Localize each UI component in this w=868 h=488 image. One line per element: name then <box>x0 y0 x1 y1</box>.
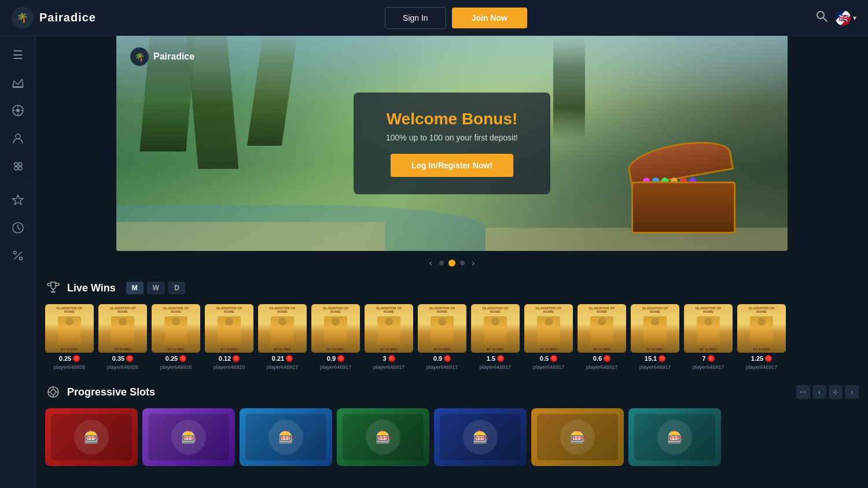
joinnow-button[interactable]: Join Now <box>452 8 527 28</box>
svg-point-11 <box>14 162 18 166</box>
svg-marker-2 <box>13 79 23 87</box>
progressive-slot-card[interactable]: 🎰 <box>142 408 235 466</box>
player-name: player646917 <box>533 364 565 370</box>
banner-dot-1[interactable] <box>439 261 444 265</box>
search-button[interactable] <box>816 10 827 25</box>
live-wins-game-card[interactable]: GLADIATOR OFROME BY SLINEX 1.5 🔴 player6… <box>471 304 520 370</box>
prog-card-bg: 🎰 <box>337 408 429 466</box>
banner-title: Welcome Bonus! <box>382 110 521 128</box>
recent-icon <box>12 221 24 234</box>
prog-card-inner: 🎰 <box>148 414 229 460</box>
gladiator-body <box>484 316 507 344</box>
game-thumbnail: GLADIATOR OFROME BY SLINEX <box>471 304 520 353</box>
sidebar-item-slots[interactable] <box>5 97 31 124</box>
prog-slots-bookmark-button[interactable]: ⊹ <box>829 385 843 399</box>
live-wins-title: Live Wins <box>67 282 116 294</box>
game-thumbnail: GLADIATOR OFROME BY SLINEX <box>45 304 94 353</box>
win-amount: 0.21 <box>272 355 284 362</box>
progressive-slots-title: Progressive Slots <box>67 386 155 398</box>
prog-card-inner: 🎰 <box>51 414 132 460</box>
gladiator-body <box>218 316 241 344</box>
prog-slots-next-button[interactable]: › <box>845 385 859 399</box>
progressive-slot-card[interactable]: 🎰 <box>628 408 721 466</box>
search-icon <box>816 10 827 22</box>
tab-weekly[interactable]: W <box>147 282 165 294</box>
live-wins-game-card[interactable]: GLADIATOR OFROME BY SLINEX 0.35 🔴 player… <box>98 304 147 370</box>
language-selector[interactable]: 🇬🇧 ▾ <box>836 10 856 25</box>
game-name-top: GLADIATOR OFROME <box>109 306 135 313</box>
banner-dot-3[interactable] <box>460 261 465 265</box>
sidebar-item-promotions[interactable] <box>5 242 31 269</box>
sidebar-item-casino[interactable] <box>5 69 31 96</box>
game-win-info: 1.25 🔴 <box>751 355 772 362</box>
gladiator-body <box>750 316 773 344</box>
game-provider: BY SLINEX <box>434 347 451 352</box>
gladiator-bg: GLADIATOR OFROME BY SLINEX <box>45 304 94 353</box>
flag-icon: 🇬🇧 <box>836 10 851 25</box>
currency-icon: 🔴 <box>233 355 240 362</box>
live-wins-game-card[interactable]: GLADIATOR OFROME BY SLINEX 0.25 🔴 player… <box>45 304 94 370</box>
sidebar-item-live-casino[interactable] <box>5 125 31 151</box>
gladiator-bg: GLADIATOR OFROME BY SLINEX <box>98 304 147 353</box>
prog-card-icon: 🎰 <box>657 420 692 454</box>
currency-icon: 🔴 <box>604 355 610 362</box>
live-wins-game-card[interactable]: GLADIATOR OFROME BY SLINEX 0.6 🔴 player6… <box>578 304 626 370</box>
prog-card-icon: 🎰 <box>463 420 498 454</box>
signin-button[interactable]: Sign In <box>385 7 446 29</box>
live-wins-game-card[interactable]: GLADIATOR OFROME BY SLINEX 3 🔴 player646… <box>365 304 413 370</box>
progressive-slot-card[interactable]: 🎰 <box>240 408 332 466</box>
live-wins-game-card[interactable]: GLADIATOR OFROME BY SLINEX 1.25 🔴 player… <box>737 304 786 370</box>
prog-slots-dots-button[interactable]: ⋯ <box>796 385 810 399</box>
game-name-top: GLADIATOR OFROME <box>216 306 242 313</box>
main-content: 🌴 Pairadice Welcome Bonus! 100% up to 10… <box>36 36 868 488</box>
sidebar-item-table-games[interactable] <box>5 153 31 179</box>
live-wins-game-card[interactable]: GLADIATOR OFROME BY SLINEX 0.9 🔴 player6… <box>311 304 360 370</box>
banner-dot-2[interactable] <box>448 260 455 267</box>
progressive-slot-card[interactable]: 🎰 <box>45 408 138 466</box>
progressive-slot-card[interactable]: 🎰 <box>434 408 527 466</box>
game-thumbnail: GLADIATOR OFROME BY SLINEX <box>98 304 147 353</box>
player-name: player646917 <box>480 364 512 370</box>
banner-prev-button[interactable]: ‹ <box>427 258 435 268</box>
game-name-top: GLADIATOR OFROME <box>589 306 615 313</box>
sidebar-divider <box>8 183 28 183</box>
prog-slots-prev-button[interactable]: ‹ <box>812 385 826 399</box>
win-amount: 7 <box>702 355 705 362</box>
live-wins-game-card[interactable]: GLADIATOR OFROME BY SLINEX 0.21 🔴 player… <box>258 304 307 370</box>
live-wins-game-card[interactable]: GLADIATOR OFROME BY SLINEX 0.12 🔴 player… <box>205 304 253 370</box>
gladiator-bg: GLADIATOR OFROME BY SLINEX <box>205 304 253 353</box>
game-thumbnail: GLADIATOR OFROME BY SLINEX <box>578 304 626 353</box>
progressive-slot-card[interactable]: 🎰 <box>531 408 624 466</box>
logo-text: Pairadice <box>39 11 96 24</box>
live-wins-game-card[interactable]: GLADIATOR OFROME BY SLINEX 15.1 🔴 player… <box>631 304 679 370</box>
live-wins-game-card[interactable]: GLADIATOR OFROME BY SLINEX 0.25 🔴 player… <box>152 304 200 370</box>
svg-point-18 <box>13 252 16 254</box>
progressive-slot-card[interactable]: 🎰 <box>337 408 429 466</box>
gladiator-body <box>697 316 720 344</box>
sidebar-item-menu[interactable]: ☰ <box>5 42 31 68</box>
progressive-slots-list: 🎰 🎰 🎰 🎰 <box>45 408 859 466</box>
game-name-top: GLADIATOR OFROME <box>269 306 295 313</box>
progressive-slots-section: Progressive Slots ⋯ ‹ ⊹ › 🎰 <box>36 379 868 475</box>
tab-daily[interactable]: D <box>168 282 185 294</box>
banner-cta-button[interactable]: Log In/Register Now! <box>391 154 513 177</box>
tab-monthly[interactable]: M <box>126 282 144 294</box>
svg-point-0 <box>817 12 824 19</box>
game-thumbnail: GLADIATOR OFROME BY SLINEX <box>684 304 733 353</box>
gladiator-body <box>537 316 560 344</box>
player-name: player646926 <box>160 364 192 370</box>
sidebar-item-recent[interactable] <box>5 215 31 241</box>
sidebar: ☰ <box>0 36 36 488</box>
live-wins-game-card[interactable]: GLADIATOR OFROME BY SLINEX 0.9 🔴 player6… <box>418 304 466 370</box>
progressive-slots-icon <box>45 384 61 400</box>
player-name: player646917 <box>373 364 405 370</box>
win-amount: 0.9 <box>433 355 442 362</box>
gladiator-body <box>377 316 400 344</box>
game-provider: BY SLINEX <box>61 347 78 352</box>
live-wins-game-card[interactable]: GLADIATOR OFROME BY SLINEX 0.5 🔴 player6… <box>524 304 573 370</box>
game-name-top: GLADIATOR OFROME <box>482 306 508 313</box>
sidebar-item-favorites[interactable] <box>5 187 31 213</box>
game-name-top: GLADIATOR OFROME <box>56 306 82 313</box>
banner-next-button[interactable]: › <box>469 258 477 268</box>
live-wins-game-card[interactable]: GLADIATOR OFROME BY SLINEX 7 🔴 player646… <box>684 304 733 370</box>
